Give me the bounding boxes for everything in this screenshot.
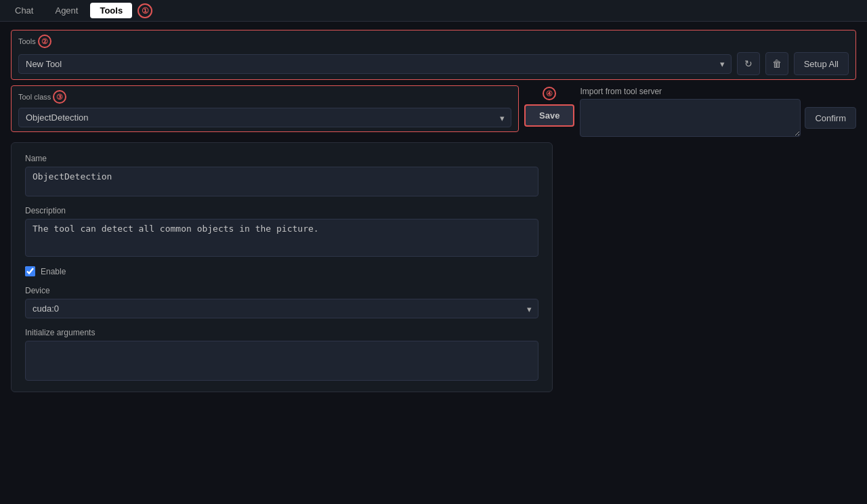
tab-tools[interactable]: Tools [90,3,132,18]
second-row: Tool class ③ ObjectDetection ▾ ④ Save Im… [11,85,856,137]
save-button[interactable]: Save [524,104,574,127]
delete-button[interactable]: 🗑 [765,52,788,75]
refresh-icon: ↻ [744,58,753,69]
tools-row-wrapper: Tools ② New Tool ▾ ↻ 🗑 Setup All [11,30,856,80]
tool-form: Name Description Enable Device cuda:0 cp… [11,142,553,392]
confirm-button[interactable]: Confirm [805,107,856,129]
tool-class-select-wrapper: ObjectDetection ▾ [18,108,511,127]
enable-checkbox[interactable] [25,266,35,276]
tool-class-section: Tool class ③ ObjectDetection ▾ [11,85,519,132]
enable-label: Enable [41,267,66,276]
tool-select-wrapper: New Tool ▾ [18,54,732,74]
tools-controls: New Tool ▾ ↻ 🗑 Setup All [18,52,849,75]
device-select-wrapper: cuda:0 cpu ▾ [25,299,538,318]
description-field: Description [25,206,538,257]
description-label: Description [25,206,538,215]
nav-badge: ① [138,3,152,18]
main-content: Tools ② New Tool ▾ ↻ 🗑 Setup All [0,22,867,400]
top-nav: Chat Agent Tools ① [0,0,867,22]
save-wrapper: ④ Save [524,85,574,127]
tools-section-label: Tools ② [18,35,849,48]
tab-chat[interactable]: Chat [5,3,43,18]
device-dropdown[interactable]: cuda:0 cpu [25,299,538,318]
device-label: Device [25,286,538,295]
description-input[interactable] [25,219,538,257]
import-input[interactable] [580,99,801,137]
name-field: Name [25,154,538,196]
save-badge: ④ [543,87,556,100]
setup-all-button[interactable]: Setup All [794,52,849,75]
import-section: Import from tool server Confirm [580,85,856,137]
refresh-button[interactable]: ↻ [737,52,760,75]
tool-class-label: Tool class ③ [18,90,511,104]
init-args-label: Initialize arguments [25,328,538,337]
enable-row: Enable [25,266,538,276]
import-label: Import from tool server [580,87,856,96]
tool-dropdown[interactable]: New Tool [18,54,732,74]
tool-class-dropdown[interactable]: ObjectDetection [18,108,511,127]
name-label: Name [25,154,538,163]
init-args-field: Initialize arguments [25,328,538,381]
tab-agent[interactable]: Agent [45,3,87,18]
device-field: Device cuda:0 cpu ▾ [25,286,538,318]
init-args-input[interactable] [25,341,538,381]
delete-icon: 🗑 [772,58,782,69]
name-input[interactable] [25,167,538,196]
import-row: Confirm [580,99,856,137]
tools-badge: ② [38,35,51,48]
tools-section: Tools ② New Tool ▾ ↻ 🗑 Setup All [11,30,856,80]
tool-class-badge: ③ [53,90,66,104]
